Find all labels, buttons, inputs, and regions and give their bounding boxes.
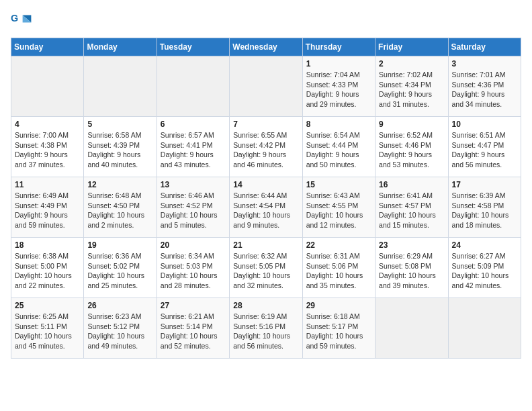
calendar-week-3: 18Sunrise: 6:38 AM Sunset: 5:00 PM Dayli…	[11, 238, 521, 298]
day-info: Sunrise: 6:52 AM Sunset: 4:46 PM Dayligh…	[379, 130, 444, 170]
calendar-cell: 29Sunrise: 6:18 AM Sunset: 5:17 PM Dayli…	[302, 298, 375, 359]
day-number: 18	[15, 240, 80, 250]
day-number: 9	[379, 120, 444, 129]
calendar-cell	[11, 56, 84, 117]
day-number: 26	[87, 301, 152, 310]
weekday-sunday: Sunday	[11, 38, 84, 56]
day-info: Sunrise: 6:19 AM Sunset: 5:16 PM Dayligh…	[233, 312, 298, 351]
logo: G	[11, 11, 35, 32]
day-number: 22	[306, 240, 371, 250]
day-info: Sunrise: 6:21 AM Sunset: 5:14 PM Dayligh…	[161, 312, 226, 351]
day-number: 13	[161, 180, 226, 189]
logo-icon: G	[11, 11, 32, 32]
calendar-cell: 8Sunrise: 6:54 AM Sunset: 4:44 PM Daylig…	[302, 117, 375, 177]
day-number: 1	[306, 59, 371, 68]
day-number: 3	[452, 59, 517, 68]
calendar-header: SundayMondayTuesdayWednesdayThursdayFrid…	[11, 38, 521, 56]
day-info: Sunrise: 6:34 AM Sunset: 5:03 PM Dayligh…	[161, 251, 226, 291]
day-number: 27	[161, 301, 226, 310]
day-info: Sunrise: 6:58 AM Sunset: 4:39 PM Dayligh…	[87, 130, 152, 170]
day-number: 10	[452, 120, 517, 129]
calendar-body: 1Sunrise: 7:04 AM Sunset: 4:33 PM Daylig…	[11, 56, 521, 359]
calendar-cell: 14Sunrise: 6:44 AM Sunset: 4:54 PM Dayli…	[230, 177, 302, 238]
weekday-row: SundayMondayTuesdayWednesdayThursdayFrid…	[11, 38, 521, 56]
day-number: 21	[233, 240, 298, 250]
weekday-thursday: Thursday	[302, 38, 375, 56]
calendar-week-1: 4Sunrise: 7:00 AM Sunset: 4:38 PM Daylig…	[11, 117, 521, 177]
calendar-cell: 4Sunrise: 7:00 AM Sunset: 4:38 PM Daylig…	[11, 117, 84, 177]
calendar-cell: 20Sunrise: 6:34 AM Sunset: 5:03 PM Dayli…	[157, 238, 229, 298]
weekday-saturday: Saturday	[448, 38, 521, 56]
day-info: Sunrise: 6:39 AM Sunset: 4:58 PM Dayligh…	[452, 191, 517, 230]
svg-text:G: G	[11, 13, 18, 24]
day-number: 16	[379, 180, 444, 189]
weekday-monday: Monday	[84, 38, 157, 56]
calendar-cell: 24Sunrise: 6:27 AM Sunset: 5:09 PM Dayli…	[448, 238, 521, 298]
day-number: 6	[161, 120, 226, 129]
calendar-cell	[230, 56, 302, 117]
day-info: Sunrise: 6:51 AM Sunset: 4:47 PM Dayligh…	[452, 130, 517, 170]
day-number: 4	[15, 120, 80, 129]
day-number: 11	[15, 180, 80, 189]
day-info: Sunrise: 6:43 AM Sunset: 4:55 PM Dayligh…	[306, 191, 371, 230]
day-number: 25	[15, 301, 80, 310]
calendar-cell: 1Sunrise: 7:04 AM Sunset: 4:33 PM Daylig…	[302, 56, 375, 117]
calendar-cell: 27Sunrise: 6:21 AM Sunset: 5:14 PM Dayli…	[157, 298, 229, 359]
calendar-cell	[448, 298, 521, 359]
day-number: 19	[87, 240, 152, 250]
calendar-cell: 6Sunrise: 6:57 AM Sunset: 4:41 PM Daylig…	[157, 117, 229, 177]
day-number: 7	[233, 120, 298, 129]
weekday-wednesday: Wednesday	[230, 38, 302, 56]
day-info: Sunrise: 7:00 AM Sunset: 4:38 PM Dayligh…	[15, 130, 80, 170]
calendar-cell: 10Sunrise: 6:51 AM Sunset: 4:47 PM Dayli…	[448, 117, 521, 177]
day-info: Sunrise: 6:55 AM Sunset: 4:42 PM Dayligh…	[233, 130, 298, 170]
calendar-cell: 5Sunrise: 6:58 AM Sunset: 4:39 PM Daylig…	[84, 117, 157, 177]
day-info: Sunrise: 6:41 AM Sunset: 4:57 PM Dayligh…	[379, 191, 444, 230]
day-info: Sunrise: 6:27 AM Sunset: 5:09 PM Dayligh…	[452, 251, 517, 291]
calendar-week-4: 25Sunrise: 6:25 AM Sunset: 5:11 PM Dayli…	[11, 298, 521, 359]
calendar-cell: 18Sunrise: 6:38 AM Sunset: 5:00 PM Dayli…	[11, 238, 84, 298]
calendar-cell	[375, 298, 448, 359]
day-info: Sunrise: 6:44 AM Sunset: 4:54 PM Dayligh…	[233, 191, 298, 230]
day-number: 5	[87, 120, 152, 129]
day-info: Sunrise: 6:25 AM Sunset: 5:11 PM Dayligh…	[15, 312, 80, 351]
day-info: Sunrise: 7:01 AM Sunset: 4:36 PM Dayligh…	[452, 70, 517, 109]
calendar-week-0: 1Sunrise: 7:04 AM Sunset: 4:33 PM Daylig…	[11, 56, 521, 117]
day-number: 17	[452, 180, 517, 189]
calendar-cell: 22Sunrise: 6:31 AM Sunset: 5:06 PM Dayli…	[302, 238, 375, 298]
calendar-cell: 11Sunrise: 6:49 AM Sunset: 4:49 PM Dayli…	[11, 177, 84, 238]
day-number: 12	[87, 180, 152, 189]
calendar-cell: 26Sunrise: 6:23 AM Sunset: 5:12 PM Dayli…	[84, 298, 157, 359]
day-info: Sunrise: 6:31 AM Sunset: 5:06 PM Dayligh…	[306, 251, 371, 291]
calendar-cell: 7Sunrise: 6:55 AM Sunset: 4:42 PM Daylig…	[230, 117, 302, 177]
weekday-tuesday: Tuesday	[157, 38, 229, 56]
weekday-friday: Friday	[375, 38, 448, 56]
calendar-cell: 12Sunrise: 6:48 AM Sunset: 4:50 PM Dayli…	[84, 177, 157, 238]
day-info: Sunrise: 6:38 AM Sunset: 5:00 PM Dayligh…	[15, 251, 80, 291]
day-info: Sunrise: 6:36 AM Sunset: 5:02 PM Dayligh…	[87, 251, 152, 291]
day-info: Sunrise: 6:49 AM Sunset: 4:49 PM Dayligh…	[15, 191, 80, 230]
calendar-cell: 3Sunrise: 7:01 AM Sunset: 4:36 PM Daylig…	[448, 56, 521, 117]
calendar-cell	[84, 56, 157, 117]
page-header: G	[11, 11, 521, 32]
calendar-cell: 17Sunrise: 6:39 AM Sunset: 4:58 PM Dayli…	[448, 177, 521, 238]
calendar-cell: 21Sunrise: 6:32 AM Sunset: 5:05 PM Dayli…	[230, 238, 302, 298]
day-info: Sunrise: 6:48 AM Sunset: 4:50 PM Dayligh…	[87, 191, 152, 230]
day-info: Sunrise: 7:04 AM Sunset: 4:33 PM Dayligh…	[306, 70, 371, 109]
calendar-cell: 2Sunrise: 7:02 AM Sunset: 4:34 PM Daylig…	[375, 56, 448, 117]
day-info: Sunrise: 6:29 AM Sunset: 5:08 PM Dayligh…	[379, 251, 444, 291]
day-number: 29	[306, 301, 371, 310]
calendar-cell: 19Sunrise: 6:36 AM Sunset: 5:02 PM Dayli…	[84, 238, 157, 298]
day-info: Sunrise: 6:46 AM Sunset: 4:52 PM Dayligh…	[161, 191, 226, 230]
day-info: Sunrise: 6:23 AM Sunset: 5:12 PM Dayligh…	[87, 312, 152, 351]
calendar-cell: 28Sunrise: 6:19 AM Sunset: 5:16 PM Dayli…	[230, 298, 302, 359]
calendar-cell: 13Sunrise: 6:46 AM Sunset: 4:52 PM Dayli…	[157, 177, 229, 238]
day-number: 15	[306, 180, 371, 189]
calendar-week-2: 11Sunrise: 6:49 AM Sunset: 4:49 PM Dayli…	[11, 177, 521, 238]
day-info: Sunrise: 6:18 AM Sunset: 5:17 PM Dayligh…	[306, 312, 371, 351]
day-number: 23	[379, 240, 444, 250]
day-number: 20	[161, 240, 226, 250]
day-number: 8	[306, 120, 371, 129]
day-number: 2	[379, 59, 444, 68]
calendar-cell: 25Sunrise: 6:25 AM Sunset: 5:11 PM Dayli…	[11, 298, 84, 359]
